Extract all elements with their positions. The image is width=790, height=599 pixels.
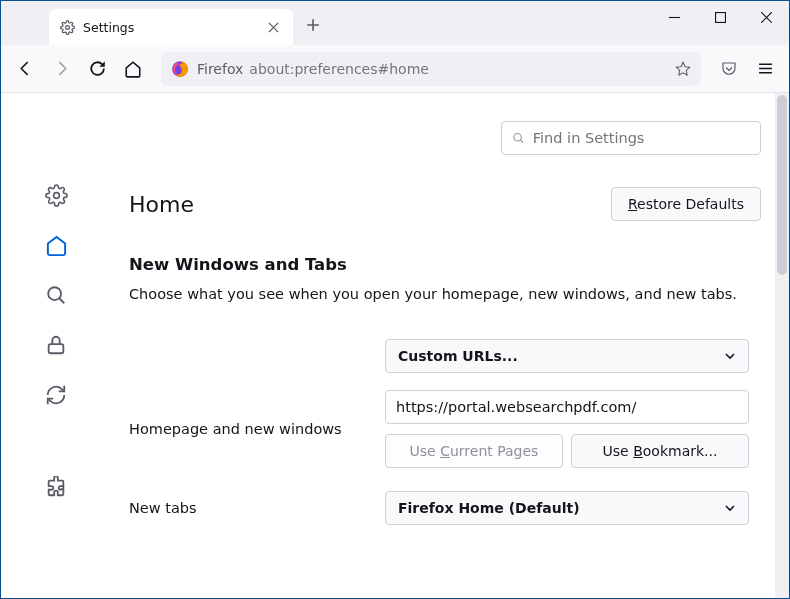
use-current-pages-button[interactable]: Use Current Pages: [385, 434, 563, 468]
gear-icon: [59, 19, 75, 35]
maximize-button[interactable]: [697, 1, 743, 33]
homepage-label: Homepage and new windows: [129, 421, 385, 437]
forward-button[interactable]: [45, 53, 77, 85]
bookmark-star-icon[interactable]: [675, 61, 691, 77]
urlbar-label: Firefox: [197, 61, 243, 77]
svg-rect-6: [49, 344, 64, 353]
homepage-mode-value: Custom URLs...: [398, 348, 518, 364]
url-bar[interactable]: Firefox about:preferences#home: [161, 52, 701, 86]
reload-button[interactable]: [81, 53, 113, 85]
svg-point-5: [48, 287, 61, 300]
svg-marker-3: [676, 62, 689, 75]
scrollbar-track[interactable]: [775, 93, 789, 598]
homepage-url-input[interactable]: [385, 390, 749, 424]
svg-point-7: [514, 133, 521, 140]
titlebar: Settings: [1, 1, 789, 45]
browser-tab[interactable]: Settings: [49, 9, 293, 45]
sidebar-general-icon[interactable]: [44, 183, 68, 207]
newtabs-label: New tabs: [129, 500, 385, 516]
use-bookmark-button[interactable]: Use Bookmark...: [571, 434, 749, 468]
page-heading: Home: [129, 192, 194, 217]
menu-button[interactable]: [749, 53, 781, 85]
chevron-down-icon: [724, 502, 736, 514]
minimize-button[interactable]: [651, 1, 697, 33]
svg-rect-1: [715, 12, 725, 22]
svg-point-4: [53, 192, 59, 198]
sidebar-search-icon[interactable]: [44, 283, 68, 307]
firefox-icon: [171, 60, 189, 78]
sidebar: [1, 93, 111, 598]
home-button[interactable]: [117, 53, 149, 85]
section-subtitle: Choose what you see when you open your h…: [129, 284, 761, 304]
sidebar-sync-icon[interactable]: [44, 383, 68, 407]
pocket-button[interactable]: [713, 53, 745, 85]
new-tab-button[interactable]: [299, 11, 327, 39]
settings-search-input[interactable]: [533, 130, 750, 146]
settings-search[interactable]: [501, 121, 761, 155]
chevron-down-icon: [724, 350, 736, 362]
toolbar: Firefox about:preferences#home: [1, 45, 789, 93]
urlbar-address: about:preferences#home: [249, 61, 675, 77]
newtabs-value: Firefox Home (Default): [398, 500, 580, 516]
close-window-button[interactable]: [743, 1, 789, 33]
homepage-mode-select[interactable]: Custom URLs...: [385, 339, 749, 373]
close-icon[interactable]: [263, 17, 283, 37]
restore-defaults-button[interactable]: Restore Defaults: [611, 187, 761, 221]
section-title: New Windows and Tabs: [129, 255, 761, 274]
svg-point-0: [65, 25, 69, 29]
main-content: Home Restore Defaults New Windows and Ta…: [111, 93, 789, 598]
scrollbar-thumb[interactable]: [777, 95, 787, 275]
sidebar-extensions-icon[interactable]: [44, 475, 68, 499]
newtabs-select[interactable]: Firefox Home (Default): [385, 491, 749, 525]
sidebar-privacy-icon[interactable]: [44, 333, 68, 357]
sidebar-home-icon[interactable]: [44, 233, 68, 257]
tab-title: Settings: [83, 20, 263, 35]
back-button[interactable]: [9, 53, 41, 85]
